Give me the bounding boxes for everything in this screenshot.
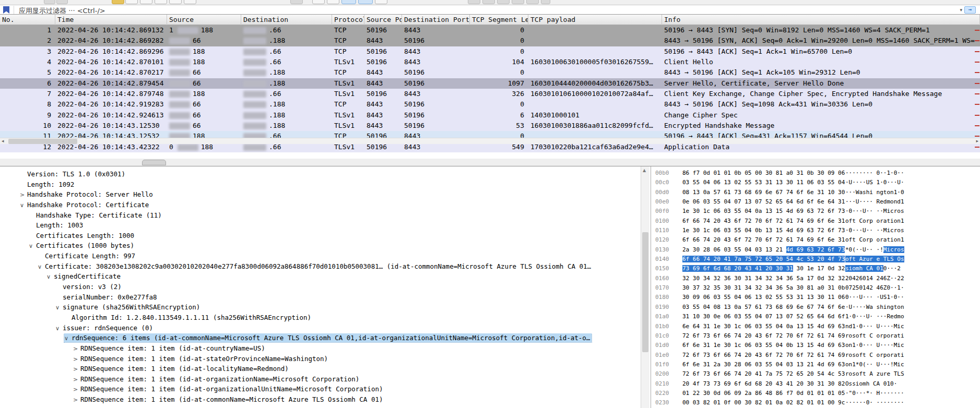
detail-scroll-thumb[interactable] xyxy=(642,232,648,352)
filter-bookmark-icon[interactable] xyxy=(3,6,9,14)
detail-tree-scrollbar[interactable]: ▲ xyxy=(641,166,650,408)
column-header-time[interactable]: Time xyxy=(55,15,167,25)
tree-row[interactable]: ∨signedCertificate xyxy=(0,272,649,282)
collapsed-chevron-icon[interactable]: > xyxy=(73,366,80,373)
hex-row[interactable]: 00b086 f7 0d 01 01 0b 05 00 30 81 a0 31 … xyxy=(655,170,980,179)
destination-ip-tail: .66 xyxy=(269,90,281,98)
hscroll-thumb[interactable] xyxy=(8,139,77,144)
tree-row[interactable]: Version: TLS 1.0 (0x0301) xyxy=(0,170,649,180)
collapsed-chevron-icon[interactable]: > xyxy=(73,386,80,393)
hex-row[interactable]: 01a031 10 30 0e 06 03 55 04 07 13 07 52 … xyxy=(655,313,980,322)
expanded-chevron-icon[interactable]: ∨ xyxy=(55,304,63,311)
packet-row[interactable]: 42022-04-26 10:14:42.870101188.66TLSv150… xyxy=(0,57,980,67)
packet-row[interactable]: 32022-04-26 10:14:42.869296188.66TCP5019… xyxy=(0,46,980,57)
hex-row[interactable]: 01e072 6f 73 6f 66 74 20 43 6f 72 70 6f … xyxy=(655,352,980,361)
hex-row[interactable]: 00e00e 06 03 55 04 07 13 07 52 65 64 6d … xyxy=(655,198,980,208)
packet-row[interactable]: 82022-04-26 10:14:42.91928366.188TCP8443… xyxy=(0,99,980,110)
expanded-chevron-icon[interactable]: ∨ xyxy=(38,263,45,270)
hex-row[interactable]: 019003 55 04 08 13 0a 57 61 73 68 69 6e … xyxy=(655,304,980,313)
display-filter-bar[interactable]: 应用显示过滤器 ··· <Ctrl-/> ▾ → xyxy=(0,5,980,15)
expanded-chevron-icon[interactable]: ∨ xyxy=(20,202,27,209)
hex-row[interactable]: 01d06f 6e 31 1e 30 1c 06 03 55 04 0b 13 … xyxy=(655,342,980,351)
tree-row[interactable]: version: v3 (2) xyxy=(0,282,649,293)
tree-row[interactable]: Length: 1003 xyxy=(0,221,649,231)
tree-row[interactable]: ∨Certificates (1000 bytes) xyxy=(0,241,649,251)
column-header-protocol[interactable]: Protocol xyxy=(332,15,364,25)
packet-row[interactable]: 22022-04-26 10:14:42.86928266.188TCP8443… xyxy=(0,35,980,46)
tree-row[interactable]: >RDNSequence item: 1 item (id-at-commonN… xyxy=(0,395,649,405)
filter-apply-button[interactable]: → xyxy=(964,6,976,14)
column-header-no-[interactable]: No. xyxy=(0,15,55,25)
hex-row[interactable]: 020072 6f 73 6f 66 74 20 41 7a 75 72 65 … xyxy=(655,370,980,380)
hex-row[interactable]: 00f01e 30 1c 06 03 55 04 0a 13 15 4d 69 … xyxy=(655,208,980,217)
filter-dropdown-caret[interactable]: ▾ xyxy=(960,7,962,13)
hex-row[interactable]: 01c072 6f 73 6f 66 74 20 43 6f 72 70 6f … xyxy=(655,332,980,342)
tree-row[interactable]: Certificate Length: 997 xyxy=(0,251,649,262)
collapsed-chevron-icon[interactable]: > xyxy=(73,356,80,363)
expanded-chevron-icon[interactable]: ∨ xyxy=(64,335,72,342)
tree-row[interactable]: ∨issuer: rdnSequence (0) xyxy=(0,323,649,334)
tree-row[interactable]: ∨Certificate: 308203e1308202c9a003020102… xyxy=(0,262,649,272)
packet-row[interactable]: 62022-04-26 10:14:42.87945466.188TLSv184… xyxy=(0,78,980,89)
hex-row[interactable]: 01101e 30 1c 06 03 55 04 0b 13 15 4d 69 … xyxy=(655,227,980,236)
splitter-grip[interactable] xyxy=(142,160,166,165)
column-header-source-port[interactable]: Source Port xyxy=(364,15,402,25)
hex-row[interactable]: 023000 03 82 01 0f 00 30 82 01 0a 02 82 … xyxy=(655,399,980,408)
packet-row[interactable]: 72022-04-26 10:14:42.879748188.66TLSv150… xyxy=(0,89,980,99)
tree-row[interactable]: ∨Handshake Protocol: Certificate xyxy=(0,200,649,211)
tree-row[interactable]: Certificates Length: 1000 xyxy=(0,231,649,242)
collapsed-chevron-icon[interactable]: > xyxy=(73,376,80,383)
hex-row[interactable]: 01f06f 6e 31 2a 30 28 06 03 55 04 03 13 … xyxy=(655,361,980,370)
tree-row[interactable]: >RDNSequence item: 1 item (id-at-localit… xyxy=(0,364,649,375)
collapsed-chevron-icon[interactable]: > xyxy=(73,397,80,403)
tree-row[interactable]: Handshake Type: Certificate (11) xyxy=(0,211,649,221)
pane-splitter[interactable] xyxy=(0,159,980,166)
column-header-tcp-segment-len[interactable]: TCP Segment Len xyxy=(470,15,528,25)
scroll-up-arrow-icon[interactable]: ▲ xyxy=(643,168,646,173)
column-header-info[interactable]: Info xyxy=(662,15,980,25)
column-header-tcp-payload[interactable]: TCP payload xyxy=(528,15,662,25)
hex-row[interactable]: 01b06e 64 31 1e 30 1c 06 03 55 04 0a 13 … xyxy=(655,323,980,332)
packet-row[interactable]: 52022-04-26 10:14:42.87021766.188TCP8443… xyxy=(0,67,980,78)
packet-destination: .66 xyxy=(241,57,332,67)
column-header-destination[interactable]: Destination xyxy=(241,15,332,25)
packet-row[interactable]: 92022-04-26 10:14:42.92461366.188TLSv184… xyxy=(0,110,980,121)
collapsed-chevron-icon[interactable]: > xyxy=(20,191,27,198)
column-header-source[interactable]: Source xyxy=(167,15,241,25)
hex-row[interactable]: 018030 09 06 03 55 04 06 13 02 55 53 31 … xyxy=(655,294,980,303)
tree-row[interactable]: Algorithm Id: 1.2.840.113549.1.1.11 (sha… xyxy=(0,313,649,323)
hex-row[interactable]: 021020 4f 73 73 69 6f 6d 68 20 43 41 20 … xyxy=(655,380,980,390)
tree-row[interactable]: >RDNSequence item: 1 item (id-at-organiz… xyxy=(0,375,649,385)
tree-row[interactable]: >RDNSequence item: 1 item (id-at-stateOr… xyxy=(0,354,649,365)
hex-row[interactable]: 00d008 13 0a 57 61 73 68 69 6e 67 74 6f … xyxy=(655,189,980,198)
tree-row[interactable]: Length: 1092 xyxy=(0,180,649,190)
packet-list-hscrollbar[interactable]: ◂ ▸ xyxy=(0,138,980,144)
collapsed-chevron-icon[interactable]: > xyxy=(73,345,80,352)
hscroll-left-arrow-icon[interactable]: ◂ xyxy=(2,138,4,143)
hex-row[interactable]: 015073 69 6f 6d 68 20 43 41 20 30 31 30 … xyxy=(655,265,980,274)
tree-row-content: Handshake Type: Certificate (11) xyxy=(29,211,163,220)
packet-row[interactable]: 102022-04-26 10:14:43.1253066.188TLSv184… xyxy=(0,121,980,131)
tree-row[interactable]: ∨signature (sha256WithRSAEncryption) xyxy=(0,303,649,313)
hex-ascii: rosoft C orporati xyxy=(845,352,904,358)
tree-row[interactable]: serialNumber: 0x0e277fa8 xyxy=(0,293,649,303)
hex-row[interactable]: 016032 30 34 32 36 30 31 34 32 34 36 5a … xyxy=(655,275,980,284)
hex-row[interactable]: 01302a 30 28 06 03 55 04 03 13 21 4d 69 … xyxy=(655,246,980,256)
hex-row[interactable]: 01006f 66 74 20 43 6f 72 70 6f 72 61 74 … xyxy=(655,218,980,227)
hex-row[interactable]: 01406f 66 74 20 41 7a 75 72 65 20 54 4c … xyxy=(655,256,980,265)
hex-row[interactable]: 017030 37 32 35 30 31 34 32 34 36 5a 30 … xyxy=(655,284,980,294)
expanded-chevron-icon[interactable]: ∨ xyxy=(29,243,36,249)
packet-row[interactable]: 12022-04-26 10:14:42.8691321 188.66TCP50… xyxy=(0,25,980,35)
tree-row[interactable]: >RDNSequence item: 1 item (id-at-country… xyxy=(0,344,649,354)
packet-time: 2022-04-26 10:14:42.879454 xyxy=(55,78,167,89)
hex-row[interactable]: 022001 22 30 0d 06 09 2a 86 48 86 f7 0d … xyxy=(655,390,980,399)
tree-row[interactable]: ∨rdnSequence: 6 items (id-at-commonName=… xyxy=(0,333,649,344)
expanded-chevron-icon[interactable]: ∨ xyxy=(55,325,63,332)
expanded-chevron-icon[interactable]: ∨ xyxy=(46,273,54,280)
hex-row[interactable]: 01206f 66 74 20 43 6f 72 70 6f 72 61 74 … xyxy=(655,236,980,246)
tree-row[interactable]: >RDNSequence item: 1 item (id-at-organiz… xyxy=(0,385,649,395)
tree-row[interactable]: >Handshake Protocol: Server Hello xyxy=(0,190,649,200)
column-header-destination-port[interactable]: Destination Port xyxy=(402,15,470,25)
hex-row[interactable]: 00c003 55 04 06 13 02 55 53 31 13 30 11 … xyxy=(655,179,980,188)
hscroll-right-arrow-icon[interactable]: ▸ xyxy=(976,138,978,143)
